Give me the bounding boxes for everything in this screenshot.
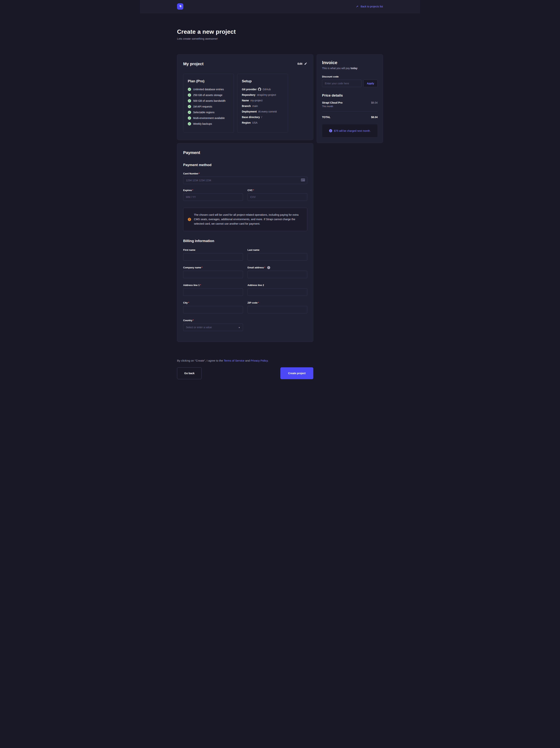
strapi-cloud-logo <box>177 3 183 9</box>
total-row: TOTAL $8.04 <box>322 116 378 119</box>
company-name-label: Company name <box>183 266 202 269</box>
terms-of-service-link[interactable]: Terms of Service <box>224 359 244 362</box>
invoice-subtitle-prefix: This is what you will pay <box>322 67 350 70</box>
city-input[interactable] <box>183 306 243 313</box>
address-line-1-input[interactable] <box>183 288 243 296</box>
first-name-input[interactable] <box>183 253 243 261</box>
setup-label: Repository <box>242 93 255 96</box>
project-card-title: My project <box>183 62 307 66</box>
plan-feature-label: Weekly backups <box>193 122 212 125</box>
plan-feature-label: 250 GB of assets storage <box>193 94 222 97</box>
check-icon <box>188 93 191 97</box>
line-item-amount: $8.04 <box>371 101 378 108</box>
city-label: City <box>183 301 189 304</box>
create-project-button[interactable]: Create project <box>281 367 313 379</box>
check-icon <box>188 122 191 125</box>
card-number-label: Card Number <box>183 172 200 175</box>
email-address-input[interactable] <box>248 271 308 278</box>
country-select[interactable]: Select or enter a value <box>183 324 243 331</box>
plan-feature-label: Unlimited database entries <box>193 88 224 91</box>
setup-row-name: Name my-project <box>242 99 283 102</box>
back-link-label: Back to projects list <box>361 5 383 8</box>
email-info-icon[interactable] <box>267 266 270 269</box>
price-line-item: Strapi Cloud Pro This month $8.04 <box>322 101 378 108</box>
payment-card: Payment Payment method Card Number <box>177 143 313 342</box>
invoice-divider <box>322 111 378 112</box>
plan-feature: Weekly backups <box>188 122 229 125</box>
privacy-policy-link[interactable]: Privacy Policy <box>250 359 268 362</box>
country-label: Country <box>183 319 194 322</box>
cvc-input[interactable] <box>248 193 308 201</box>
setup-subcard: Setup Git provider GitHub Repository <box>237 74 288 133</box>
invoice-title: Invoice <box>322 60 378 65</box>
next-month-charge-notice: $75 will be charged next month. <box>322 124 378 137</box>
setup-row-repository: Repository strapi/my-project <box>242 93 283 96</box>
invoice-subtitle-bold: today <box>350 67 358 70</box>
email-address-label: Email address <box>248 266 265 269</box>
card-number-input[interactable] <box>183 177 307 184</box>
payment-title: Payment <box>183 150 307 155</box>
setup-value: my-project <box>250 99 262 102</box>
expires-label: Expires <box>183 189 193 192</box>
strapi-bolt-icon <box>178 4 182 8</box>
setup-row-branch: Branch main <box>242 104 283 108</box>
expires-input[interactable] <box>183 193 243 201</box>
setup-value: GitHub <box>263 88 271 91</box>
setup-value: At every commit <box>258 110 277 113</box>
plan-feature-label: Multi-environment available <box>193 117 225 120</box>
setup-label: Git provider <box>242 88 257 91</box>
setup-rows: Git provider GitHub Repository strapi/my… <box>242 88 283 124</box>
edit-button-label: Edit <box>298 62 302 65</box>
credit-card-icon <box>301 179 305 182</box>
address-line-1-label: Address line 1 <box>183 284 201 286</box>
apply-discount-button[interactable]: Apply <box>363 80 378 87</box>
edit-project-button[interactable]: Edit <box>298 62 307 65</box>
warning-icon <box>188 218 191 221</box>
plan-subcard: Plan (Pro) Unlimited database entries 25… <box>183 74 234 133</box>
plan-feature: Selectable regions <box>188 111 229 114</box>
agreement-and: and <box>244 359 250 362</box>
price-details-title: Price details <box>322 93 378 97</box>
setup-value: main <box>252 104 258 108</box>
check-icon <box>188 99 191 102</box>
setup-row-region: Region USA <box>242 121 283 124</box>
line-item-period: This month <box>322 105 342 108</box>
setup-label: Name <box>242 99 249 102</box>
address-line-2-input[interactable] <box>248 288 308 296</box>
plan-feature: Unlimited database entries <box>188 88 229 91</box>
plan-feature-label: Selectable regions <box>193 111 215 114</box>
card-usage-notice-text: The chosen card will be used for all pro… <box>194 213 302 226</box>
plan-title: Plan (Pro) <box>188 79 229 83</box>
zip-code-label: ZIP code <box>248 301 259 304</box>
line-item-name: Strapi Cloud Pro <box>322 101 342 104</box>
setup-row-git-provider: Git provider GitHub <box>242 88 283 91</box>
page-subtitle: Lets create something awesome! <box>177 37 383 40</box>
check-icon <box>188 111 191 114</box>
go-back-button[interactable]: Go back <box>177 367 202 379</box>
setup-label: Deployment <box>242 110 257 113</box>
github-icon <box>258 88 261 91</box>
check-icon <box>188 88 191 91</box>
zip-code-input[interactable] <box>248 306 308 313</box>
plan-feature: 500 GB of assets bandwidth <box>188 99 229 102</box>
setup-title: Setup <box>242 79 283 83</box>
last-name-input[interactable] <box>248 253 308 261</box>
payment-method-title: Payment method <box>183 163 307 167</box>
check-icon <box>188 105 191 108</box>
agreement-period: . <box>268 359 269 362</box>
discount-code-input[interactable] <box>322 80 362 87</box>
plan-feature-label: 1M API requests <box>193 105 212 108</box>
total-amount: $8.04 <box>371 116 378 119</box>
chevron-down-icon <box>238 326 240 329</box>
page-title: Create a new project <box>177 28 383 35</box>
company-name-input[interactable] <box>183 271 243 278</box>
pencil-icon <box>304 63 307 65</box>
setup-value: USA <box>252 121 258 124</box>
country-select-placeholder: Select or enter a value <box>186 326 212 329</box>
back-to-projects-link[interactable]: Back to projects list <box>356 5 383 8</box>
cvc-label: CVC <box>248 189 254 192</box>
plan-feature: Multi-environment available <box>188 116 229 120</box>
plan-feature-label: 500 GB of assets bandwidth <box>193 99 225 102</box>
check-icon <box>188 116 191 120</box>
setup-row-base-directory: Base directory / <box>242 116 283 119</box>
